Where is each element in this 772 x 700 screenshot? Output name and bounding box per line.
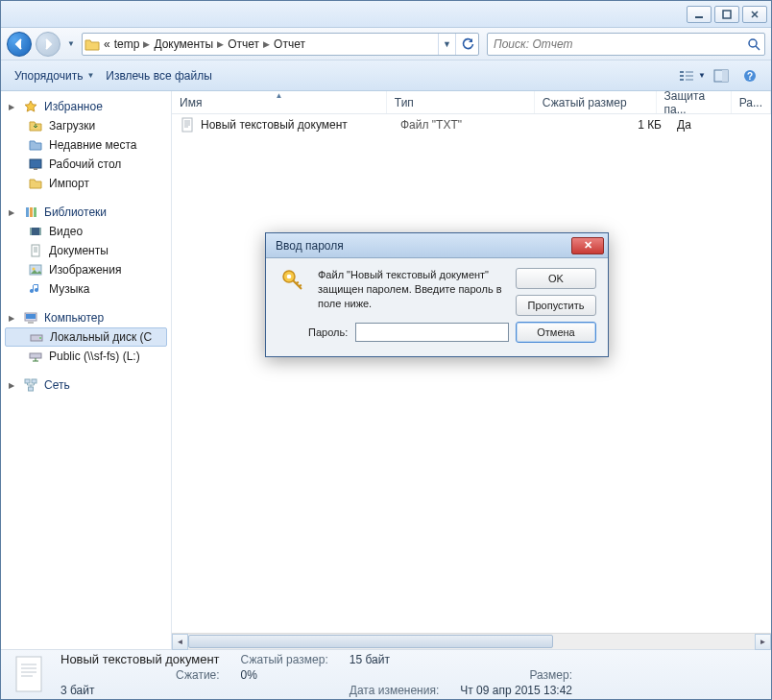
horizontal-scrollbar[interactable]: ◄ ► xyxy=(172,633,771,649)
dialog-close-button[interactable]: ✕ xyxy=(571,237,604,254)
file-size: 1 КБ xyxy=(544,118,669,132)
svg-point-2 xyxy=(749,39,757,47)
svg-rect-29 xyxy=(30,353,41,358)
svg-rect-6 xyxy=(686,71,693,73)
folder-icon xyxy=(83,37,102,51)
search-icon[interactable] xyxy=(743,37,764,51)
maximize-button[interactable] xyxy=(714,6,739,23)
svg-point-36 xyxy=(287,275,292,279)
sidebar-item-downloads[interactable]: Загрузки xyxy=(1,116,171,135)
column-ratio[interactable]: Ра... xyxy=(732,91,771,113)
sidebar: ▶Избранное Загрузки Недавние места Рабоч… xyxy=(1,91,172,649)
folder-icon xyxy=(28,176,43,191)
password-input[interactable] xyxy=(355,323,509,342)
breadcrumb-item[interactable]: temp xyxy=(112,34,142,55)
network-icon xyxy=(23,377,38,393)
cancel-button[interactable]: Отмена xyxy=(516,322,596,343)
svg-rect-1 xyxy=(723,11,731,18)
sidebar-item-documents[interactable]: Документы xyxy=(1,241,171,260)
view-options-button[interactable]: ▼ xyxy=(679,64,706,87)
column-type[interactable]: Тип xyxy=(387,91,535,113)
svg-rect-31 xyxy=(32,379,36,383)
history-dropdown[interactable]: ▼ xyxy=(64,32,78,57)
help-button[interactable]: ? xyxy=(736,64,763,87)
sidebar-network-header[interactable]: ▶Сеть xyxy=(1,375,171,395)
ok-button[interactable]: OK xyxy=(516,268,596,289)
column-label: Имя xyxy=(180,96,202,109)
libraries-icon xyxy=(23,205,38,220)
scroll-right-button[interactable]: ► xyxy=(755,634,771,650)
column-size[interactable]: Сжатый размер xyxy=(535,91,657,113)
organize-menu[interactable]: Упорядочить▼ xyxy=(9,65,100,86)
dialog-title: Ввод пароля xyxy=(276,239,344,253)
desktop-icon xyxy=(28,157,43,172)
computer-icon xyxy=(23,310,38,326)
svg-rect-32 xyxy=(29,387,34,391)
forward-button[interactable] xyxy=(36,32,60,57)
sidebar-libraries-header[interactable]: ▶Библиотеки xyxy=(1,203,171,222)
sidebar-item-desktop[interactable]: Рабочий стол xyxy=(1,155,171,174)
breadcrumb-item[interactable]: Отчет xyxy=(272,34,307,55)
password-dialog: Ввод пароля ✕ Файл "Новый текстовый доку… xyxy=(265,232,609,357)
sidebar-item-local-disk[interactable]: Локальный диск (C xyxy=(5,327,167,347)
sidebar-item-label: Недавние места xyxy=(49,138,136,152)
address-bar[interactable]: « temp▶ Документы▶ Отчет▶ Отчет ▼ xyxy=(82,33,479,56)
sidebar-item-recent[interactable]: Недавние места xyxy=(1,135,171,155)
details-size-label: Сжатый размер: xyxy=(241,653,328,666)
preview-pane-button[interactable] xyxy=(708,64,735,87)
key-icon xyxy=(277,268,308,312)
svg-rect-14 xyxy=(34,168,37,170)
address-dropdown[interactable]: ▼ xyxy=(438,34,455,55)
svg-rect-21 xyxy=(32,245,39,256)
sidebar-item-pictures[interactable]: Изображения xyxy=(1,260,171,279)
details-raw-value: 3 байт xyxy=(60,684,220,697)
file-protection: Да xyxy=(669,118,746,132)
column-protection[interactable]: Защита па... xyxy=(657,91,732,113)
sidebar-item-music[interactable]: Музыка xyxy=(1,279,171,299)
svg-rect-26 xyxy=(28,322,34,324)
drive-icon xyxy=(29,329,44,345)
minimize-button[interactable] xyxy=(687,6,712,23)
video-icon xyxy=(28,224,43,239)
svg-point-23 xyxy=(33,268,36,271)
details-ratio-label: Сжатие: xyxy=(60,668,220,682)
scroll-thumb[interactable] xyxy=(188,635,553,648)
sidebar-item-label: Музыка xyxy=(49,282,89,296)
collapse-icon: ▶ xyxy=(9,103,17,111)
skip-button[interactable]: Пропустить xyxy=(516,295,596,316)
svg-rect-30 xyxy=(25,379,30,383)
svg-rect-16 xyxy=(30,207,33,217)
file-list[interactable]: Новый текстовый документ Файл "TXT" 1 КБ… xyxy=(172,114,771,633)
scroll-left-button[interactable]: ◄ xyxy=(172,634,188,650)
back-button[interactable] xyxy=(7,32,32,57)
svg-rect-19 xyxy=(30,228,32,235)
svg-rect-17 xyxy=(34,207,36,217)
details-date-value: Чт 09 апр 2015 13:42 xyxy=(460,684,572,697)
sidebar-item-import[interactable]: Импорт xyxy=(1,174,171,193)
refresh-button[interactable] xyxy=(455,34,478,55)
sidebar-item-label: Изображения xyxy=(49,263,121,277)
sidebar-favorites-header[interactable]: ▶Избранное xyxy=(1,97,171,116)
collapse-icon: ▶ xyxy=(9,314,17,323)
sidebar-item-videos[interactable]: Видео xyxy=(1,222,171,241)
column-name[interactable]: Имя▲ xyxy=(172,91,387,113)
dialog-titlebar[interactable]: Ввод пароля ✕ xyxy=(266,233,608,258)
search-input[interactable] xyxy=(488,37,743,51)
search-box[interactable] xyxy=(487,33,765,56)
details-pane: Новый текстовый документ Сжатый размер:1… xyxy=(1,649,771,699)
chevron-down-icon: ▼ xyxy=(698,71,706,80)
sidebar-label: Библиотеки xyxy=(44,205,107,219)
close-button[interactable] xyxy=(742,6,767,23)
sidebar-item-network-drive[interactable]: Public (\\sf-fs) (L:) xyxy=(1,347,171,366)
sidebar-label: Избранное xyxy=(44,100,103,113)
sidebar-computer-header[interactable]: ▶Компьютер xyxy=(1,308,171,327)
extract-all-button[interactable]: Извлечь все файлы xyxy=(100,65,217,86)
svg-rect-13 xyxy=(30,159,41,168)
breadcrumb-prefix[interactable]: « xyxy=(102,34,112,55)
network-drive-icon xyxy=(28,349,43,364)
breadcrumb-item[interactable]: Отчет xyxy=(226,34,261,55)
svg-rect-5 xyxy=(680,79,684,81)
text-file-icon xyxy=(180,117,195,133)
breadcrumb-item[interactable]: Документы xyxy=(152,34,215,55)
file-row[interactable]: Новый текстовый документ Файл "TXT" 1 КБ… xyxy=(172,114,771,135)
